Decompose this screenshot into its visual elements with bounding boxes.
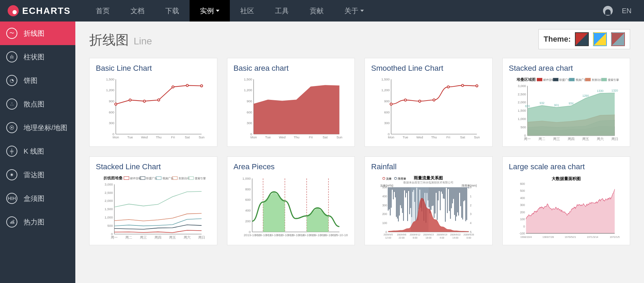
svg-text:18:00: 18:00 (426, 237, 432, 239)
svg-text:500: 500 (382, 186, 387, 189)
sidebar-item-4[interactable]: ⦿地理坐标/地图 (0, 116, 75, 139)
svg-text:搜索引擎: 搜索引擎 (608, 78, 619, 82)
svg-text:2,000: 2,000 (104, 199, 113, 203)
svg-text:Wed: Wed (279, 135, 285, 139)
example-thumbnail: 雨量流量关系图数据来自西安兰特水电测控技术有限公司流量降雨量流量(m³/s)降雨… (371, 175, 486, 241)
logo[interactable]: ECHARTS (0, 5, 78, 16)
svg-text:900: 900 (109, 99, 115, 103)
example-thumbnail: 折线图堆叠邮件营销联盟广告视频广告直接访问搜索引擎周一周二周三周四周五周六周日0… (96, 175, 211, 241)
svg-text:14:00: 14:00 (452, 237, 458, 239)
example-card[interactable]: Stacked area chart堆叠区域图邮件营销联盟广告视频广告直接访问搜… (502, 58, 630, 147)
example-thumbnail: MonTueWedThuFriSatSun03006009001,2001,50… (234, 76, 349, 142)
svg-text:0: 0 (523, 225, 525, 228)
svg-text:周二: 周二 (538, 137, 545, 141)
svg-point-145 (394, 177, 396, 179)
svg-text:600: 600 (109, 110, 115, 114)
theme-swatch-dark[interactable] (611, 32, 625, 46)
svg-text:雨量流量关系图: 雨量流量关系图 (413, 175, 443, 180)
example-card[interactable]: Stacked Line Chart折线图堆叠邮件营销联盟广告视频广告直接访问搜… (89, 156, 217, 245)
svg-text:Wed: Wed (141, 135, 148, 139)
sidebar-icon-6: ✷ (6, 169, 17, 180)
svg-text:联盟广告: 联盟广告 (559, 78, 570, 82)
sidebar-item-6[interactable]: ✷雷达图 (0, 163, 75, 187)
svg-text:2009/9/12: 2009/9/12 (410, 233, 420, 236)
svg-text:500: 500 (520, 125, 526, 129)
svg-point-57 (461, 84, 463, 86)
logo-text: ECHARTS (22, 6, 71, 16)
github-icon[interactable] (603, 6, 613, 16)
svg-text:12:00: 12:00 (385, 237, 391, 239)
svg-text:周四: 周四 (154, 235, 161, 239)
nav-item-4[interactable]: 社区 (230, 0, 265, 22)
svg-text:300: 300 (520, 203, 525, 207)
svg-text:周一: 周一 (111, 235, 118, 239)
svg-text:0: 0 (388, 132, 390, 136)
svg-text:Sat: Sat (460, 135, 465, 139)
sidebar-icon-1: ılı (6, 51, 17, 62)
example-card-title: Basic Line Chart (96, 64, 211, 73)
svg-rect-62 (553, 78, 558, 81)
example-card[interactable]: Basic area chartMonTueWedThuFriSatSun030… (227, 58, 355, 147)
nav-item-3[interactable]: 实例 (190, 0, 230, 22)
example-card-title: Stacked area chart (509, 64, 624, 73)
sidebar-item-8[interactable]: ൿ热力图 (0, 210, 75, 234)
example-card[interactable]: Large scale area chart大数据量面积图-1000100200… (502, 156, 630, 245)
nav-item-1[interactable]: 文档 (120, 0, 155, 22)
svg-text:直接访问: 直接访问 (592, 78, 603, 82)
nav-item-0[interactable]: 首页 (85, 0, 120, 22)
svg-text:-100: -100 (519, 232, 525, 235)
svg-text:1971/3/14: 1971/3/14 (587, 235, 598, 239)
svg-text:200: 200 (520, 211, 525, 214)
svg-text:Thu: Thu (431, 135, 437, 139)
main-nav: 首页文档下载实例社区工具贡献关于 (85, 0, 374, 22)
svg-text:1969/7/28: 1969/7/28 (542, 235, 554, 239)
sidebar-item-5[interactable]: ╪K 线图 (0, 139, 75, 163)
theme-swatch-default[interactable] (575, 32, 589, 46)
svg-text:1970/5/21: 1970/5/21 (564, 235, 576, 239)
example-card[interactable]: Basic Line ChartMonTueWedThuFriSatSun030… (89, 58, 217, 147)
example-thumbnail: 2019-10-102019-10-112019-10-122019-10-13… (234, 175, 349, 241)
svg-text:820: 820 (525, 104, 530, 108)
svg-point-18 (158, 99, 160, 101)
nav-item-2[interactable]: 下载 (155, 0, 190, 22)
sidebar-item-2[interactable]: ◔饼图 (0, 69, 75, 92)
svg-text:3: 3 (470, 212, 472, 216)
svg-text:降雨量(mm): 降雨量(mm) (462, 184, 477, 187)
nav-item-5[interactable]: 工具 (265, 0, 299, 22)
nav-item-7[interactable]: 关于 (334, 0, 374, 22)
svg-text:400: 400 (382, 195, 387, 198)
theme-swatch-light[interactable] (593, 32, 607, 46)
example-card-title: Large scale area chart (509, 162, 624, 171)
sidebar-item-0[interactable]: 〜折线图 (0, 22, 75, 45)
svg-text:1968/10/4: 1968/10/4 (520, 235, 532, 239)
svg-text:1: 1 (470, 195, 472, 198)
svg-text:周日: 周日 (611, 137, 618, 141)
page-title-en: Line (134, 36, 152, 47)
svg-text:周六: 周六 (184, 235, 191, 239)
example-card[interactable]: Area Pieces2019-10-102019-10-112019-10-1… (227, 156, 355, 245)
svg-text:Mon: Mon (388, 135, 394, 139)
sidebar-item-7[interactable]: HIH盒须图 (0, 187, 75, 210)
svg-text:200: 200 (245, 219, 251, 223)
svg-point-16 (129, 99, 131, 101)
example-thumbnail: MonTueWedThuFriSatSun03006009001,2001,50… (96, 76, 211, 142)
svg-text:0:00: 0:00 (467, 237, 471, 239)
example-card[interactable]: Rainfall雨量流量关系图数据来自西安兰特水电测控技术有限公司流量降雨量流量… (365, 156, 493, 245)
sidebar-item-1[interactable]: ılı柱状图 (0, 45, 75, 69)
language-toggle[interactable]: EN (622, 7, 632, 15)
svg-point-17 (143, 100, 145, 102)
nav-item-6[interactable]: 贡献 (299, 0, 334, 22)
example-grid: Basic Line ChartMonTueWedThuFriSatSun030… (89, 58, 630, 245)
svg-point-19 (172, 86, 174, 88)
svg-text:300: 300 (382, 204, 387, 207)
svg-point-15 (115, 103, 117, 105)
example-card[interactable]: Smoothed Line ChartMonTueWedThuFriSatSun… (365, 58, 493, 147)
sidebar-item-3[interactable]: ∴散点图 (0, 92, 75, 116)
svg-text:Sun: Sun (199, 135, 204, 139)
svg-text:300: 300 (109, 121, 115, 125)
svg-text:周三: 周三 (553, 137, 560, 141)
svg-text:周一: 周一 (524, 137, 531, 141)
svg-text:2,500: 2,500 (518, 92, 526, 96)
svg-text:300: 300 (384, 121, 390, 125)
svg-text:Sat: Sat (185, 135, 190, 139)
